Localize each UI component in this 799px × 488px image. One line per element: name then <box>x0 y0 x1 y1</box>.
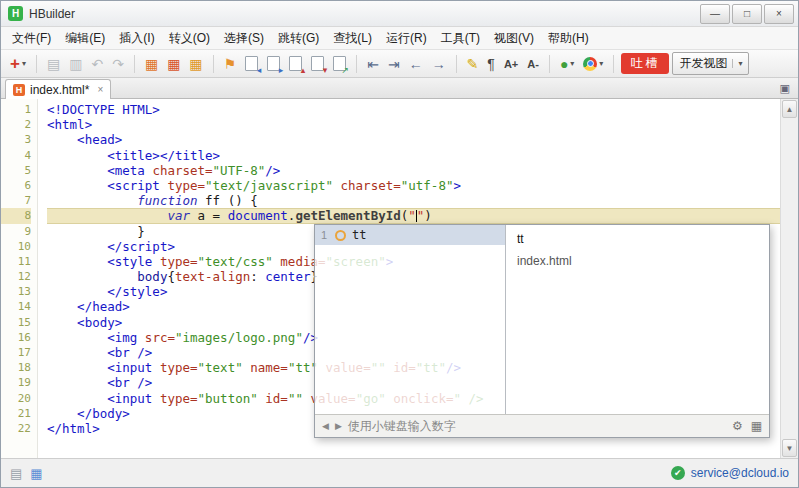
menu-view[interactable]: 视图(V) <box>487 27 541 50</box>
font-larger-icon: A+ <box>504 57 518 71</box>
goto-definition-doc-button[interactable]: ↗ <box>330 54 349 73</box>
line-number-gutter: 12345678910111213141516171819202122 <box>1 99 38 458</box>
line-number: 13 <box>1 284 31 299</box>
line-number: 1 <box>1 102 31 117</box>
line-number: 6 <box>1 178 31 193</box>
line-number: 8 <box>1 208 31 223</box>
titlebar: H HBuilder — □ × <box>1 1 798 27</box>
bookmark-button[interactable]: ⚑ <box>221 55 240 73</box>
show-paragraph-icon: ¶ <box>487 57 495 71</box>
autocomplete-preview: tt index.html <box>506 225 769 414</box>
menu-escape[interactable]: 转义(O) <box>162 27 217 50</box>
code-line[interactable]: <head> <box>47 132 780 147</box>
next-position-button[interactable]: → <box>429 55 449 73</box>
prev-position-button[interactable]: ← <box>406 55 426 73</box>
run-icon: ● <box>560 57 568 71</box>
toolbar-separator <box>134 55 135 73</box>
next-edit-doc-button[interactable]: ▾ <box>308 54 327 73</box>
font-larger-button[interactable]: A+ <box>501 55 521 73</box>
menu-run[interactable]: 运行(R) <box>379 27 434 50</box>
jump-back-button[interactable]: ⇤ <box>364 55 382 73</box>
new-file-button[interactable]: +▾ <box>7 54 29 73</box>
toolbar-separator <box>36 55 37 73</box>
code-line[interactable]: var a = document.getElementById("") <box>47 208 780 223</box>
save-button[interactable]: ▤ <box>44 55 63 73</box>
code-line[interactable]: <html> <box>47 117 780 132</box>
autocomplete-item[interactable]: 1 tt <box>315 225 505 245</box>
live-view-button[interactable]: ▦ <box>164 55 183 73</box>
redo-button[interactable]: ↷ <box>109 55 127 73</box>
line-number: 22 <box>1 421 31 436</box>
line-number: 18 <box>1 360 31 375</box>
device-run-icon: ▦ <box>145 57 158 71</box>
tab-index-html[interactable]: H index.html* × <box>5 79 111 99</box>
prev-position-icon: ← <box>409 57 423 71</box>
chrome-icon <box>583 57 597 71</box>
format-icon: ▦ <box>189 57 202 71</box>
undo-button[interactable]: ↶ <box>88 55 106 73</box>
scroll-down-icon[interactable]: ▼ <box>782 439 797 457</box>
run-button[interactable]: ●▾ <box>557 55 577 73</box>
save-icon: ▤ <box>47 57 60 71</box>
menu-insert[interactable]: 插入(I) <box>112 27 161 50</box>
menu-select[interactable]: 选择(S) <box>217 27 271 50</box>
window-controls: — □ × <box>700 4 794 24</box>
menu-file[interactable]: 文件(F) <box>5 27 58 50</box>
jump-forward-button[interactable]: ⇥ <box>385 55 403 73</box>
close-button[interactable]: × <box>764 4 794 24</box>
menu-goto[interactable]: 跳转(G) <box>271 27 326 50</box>
settings-gear-icon[interactable]: ⚙ <box>732 419 743 433</box>
scrollbar-track[interactable] <box>781 119 798 438</box>
support-email-link[interactable]: service@dcloud.io <box>691 466 789 480</box>
prev-doc-icon: ◂ <box>245 56 258 71</box>
view-mode-button[interactable]: 开发视图▾ <box>672 52 749 75</box>
line-number: 10 <box>1 239 31 254</box>
menu-help[interactable]: 帮助(H) <box>541 27 596 50</box>
maximize-button[interactable]: □ <box>732 4 762 24</box>
preview-file-name: index.html <box>517 254 758 268</box>
line-number: 3 <box>1 132 31 147</box>
line-number: 9 <box>1 224 31 239</box>
dropdown-caret-icon: ▾ <box>599 59 603 68</box>
document-status-icon[interactable]: ▤ <box>10 466 22 481</box>
proposal-type-icon <box>335 230 346 241</box>
feedback-button[interactable]: 吐槽 <box>621 53 669 74</box>
menu-edit[interactable]: 编辑(E) <box>58 27 112 50</box>
undo-icon: ↶ <box>91 57 103 71</box>
tab-close-icon[interactable]: × <box>97 84 103 95</box>
popup-prev-icon[interactable]: ◀ <box>322 421 329 431</box>
device-run-button[interactable]: ▦ <box>142 55 161 73</box>
menu-tools[interactable]: 工具(T) <box>434 27 487 50</box>
minimize-button[interactable]: — <box>700 4 730 24</box>
scroll-up-icon[interactable]: ▲ <box>782 100 797 118</box>
code-line[interactable]: <script type="text/javascript" charset="… <box>47 178 780 193</box>
code-line[interactable]: <meta charset="UTF-8"/> <box>47 163 780 178</box>
next-doc-icon: ▸ <box>267 56 280 71</box>
code-line[interactable]: function ff () { <box>47 193 780 208</box>
dropdown-caret-icon: ▾ <box>570 59 574 68</box>
line-number: 19 <box>1 375 31 390</box>
prev-doc-button[interactable]: ◂ <box>242 54 261 73</box>
save-all-button[interactable]: ▥ <box>66 55 85 73</box>
next-doc-button[interactable]: ▸ <box>264 54 283 73</box>
last-edit-doc-button[interactable]: ▴ <box>286 54 305 73</box>
format-button[interactable]: ▦ <box>186 55 205 73</box>
goto-definition-doc-icon: ↗ <box>333 56 346 71</box>
popup-next-icon[interactable]: ▶ <box>335 421 342 431</box>
sync-status-icon[interactable]: ▦ <box>30 466 42 481</box>
show-paragraph-button[interactable]: ¶ <box>484 55 498 73</box>
highlight-button[interactable]: ✎ <box>464 55 482 73</box>
menubar: 文件(F)编辑(E)插入(I)转义(O)选择(S)跳转(G)查找(L)运行(R)… <box>1 27 798 50</box>
jump-back-icon: ⇤ <box>367 57 379 71</box>
code-line[interactable]: <title></title> <box>47 148 780 163</box>
last-edit-doc-icon: ▴ <box>289 56 302 71</box>
menu-find[interactable]: 查找(L) <box>326 27 379 50</box>
dropdown-caret-icon: ▾ <box>732 59 742 68</box>
autocomplete-footer: ◀ ▶ 使用小键盘输入数字 ⚙ ▦ <box>315 414 769 437</box>
font-smaller-button[interactable]: A- <box>524 55 542 73</box>
restore-editor-icon[interactable]: ▣ <box>780 82 790 95</box>
editor-scrollbar[interactable]: ▲ ▼ <box>780 99 798 458</box>
update-check-icon[interactable]: ✔ <box>671 466 685 480</box>
code-line[interactable]: <!DOCTYPE HTML> <box>47 102 780 117</box>
chrome-run-button[interactable]: ▾ <box>580 55 606 73</box>
